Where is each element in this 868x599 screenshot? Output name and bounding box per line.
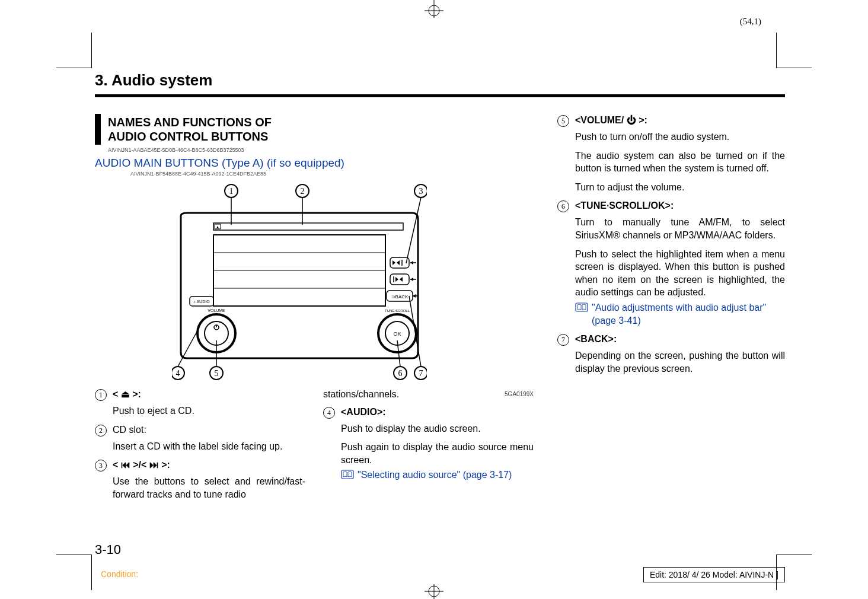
svg-marker-42 [400,277,403,282]
svg-text:1: 1 [229,187,234,196]
right-column: 5 <VOLUME/ ⏻ >: Push to turn on/off the … [557,114,785,501]
callout-1-icon: 1 [95,389,107,401]
callout-2-icon: 2 [95,425,107,436]
item-3-label: < ⏮ >/< ⏭ >: [113,460,170,470]
svg-text:2: 2 [301,187,305,196]
svg-text:▲: ▲ [216,225,220,229]
callout-3-icon: 3 [95,460,107,471]
svg-marker-41 [395,277,398,282]
callout-5-icon: 5 [557,115,569,127]
svg-marker-36 [397,260,400,265]
item-2-label: CD slot: [113,425,146,435]
guid-code: AIVINJN1-AABAE45E-5D0B-46C4-B8C5-63D6B37… [108,147,534,153]
section-heading: NAMES AND FUNCTIONS OF AUDIO CONTROL BUT… [95,114,534,145]
item-7-label: <BACK>: [575,334,617,344]
section-heading-line: NAMES AND FUNCTIONS OF [108,115,534,129]
reference-icon [341,470,354,483]
svg-text:⊃BACK: ⊃BACK [391,294,409,300]
svg-marker-35 [392,260,395,265]
registration-mark-icon [422,584,446,599]
section-heading-line: AUDIO CONTROL BUTTONS [108,129,534,144]
page-content: 3. Audio system NAMES AND FUNCTIONS OF A… [95,71,785,557]
audio-unit-diagram: 1 2 3 4 5 6 7 [172,180,427,388]
svg-text:OK: OK [393,331,401,337]
callout-4-icon: 4 [323,407,335,419]
item-4-desc2: Push again to display the audio source m… [341,441,534,466]
item-4-label: <AUDIO>: [341,407,386,417]
item-3-continuation: stations/channels. [323,388,534,401]
sub-heading: AUDIO MAIN BUTTONS (Type A) (if so equip… [95,157,534,170]
callout-6-icon: 6 [557,200,569,212]
reference-icon [575,302,588,327]
image-code: 5GA0199X [505,390,534,399]
item-1-label: < ⏏ >: [113,389,141,399]
item-3-desc: Use the buttons to select and rewind/fas… [113,475,305,501]
page-number: 3-10 [95,542,121,557]
left-column: NAMES AND FUNCTIONS OF AUDIO CONTROL BUT… [95,114,534,501]
item-6-label: <TUNE·SCROLL/OK>: [575,200,674,211]
crop-mark [56,555,92,590]
crop-mark [776,33,812,68]
svg-text:♪ AUDIO: ♪ AUDIO [193,300,210,304]
svg-rect-27 [213,223,403,230]
registration-mark-icon [422,0,446,18]
svg-text:3: 3 [419,187,423,196]
svg-text:6: 6 [398,369,403,378]
item-1-desc: Push to eject a CD. [113,404,305,418]
svg-marker-39 [410,261,413,265]
callout-7-icon: 7 [557,334,569,346]
chapter-title: 3. Audio system [95,71,785,90]
item-6-desc2: Push to select the highlighted item when… [575,248,785,299]
item-5-label: <VOLUME/ ⏻ >: [575,115,647,125]
page-coordinate: (54,1) [740,17,761,27]
item-5-desc1: Push to turn on/off the audio system. [575,130,785,144]
desc-column-2: 5GA0199X stations/channels. 4 <AUDIO>: P… [323,388,534,501]
svg-text:5: 5 [215,369,219,378]
guid-code: AIVINJN1-BF54B88E-4C49-415B-A092-1CE4DFB… [130,171,534,177]
item-6-reference: "Audio adjustments with audio adjust bar… [592,301,785,327]
item-5-desc3: Turn to adjust the volume. [575,181,785,194]
item-7-desc1: Depending on the screen, pushing the but… [575,349,785,375]
item-4-desc1: Push to display the audio screen. [341,422,534,435]
item-5-desc2: The audio system can also be turned on i… [575,149,785,175]
svg-text:7: 7 [419,369,423,378]
desc-column-1: 1 < ⏏ >: Push to eject a CD. 2 CD slot: … [95,388,305,501]
title-rule [95,94,785,97]
item-4-reference: "Selecting audio source" (page 3-17) [358,469,534,483]
footer-condition: Condition: [101,569,138,579]
item-2-desc: Insert a CD with the label side facing u… [113,440,305,453]
item-6-desc1: Turn to manually tune AM/FM, to select S… [575,216,785,241]
svg-marker-45 [410,278,413,281]
svg-text:4: 4 [176,369,180,378]
crop-mark [56,33,92,68]
svg-text:TUNE·SCROLL: TUNE·SCROLL [385,309,410,313]
svg-text:VOLUME: VOLUME [208,308,225,313]
footer-edit-info: Edit: 2018/ 4/ 26 Model: AIVINJ-N ] [643,567,785,582]
